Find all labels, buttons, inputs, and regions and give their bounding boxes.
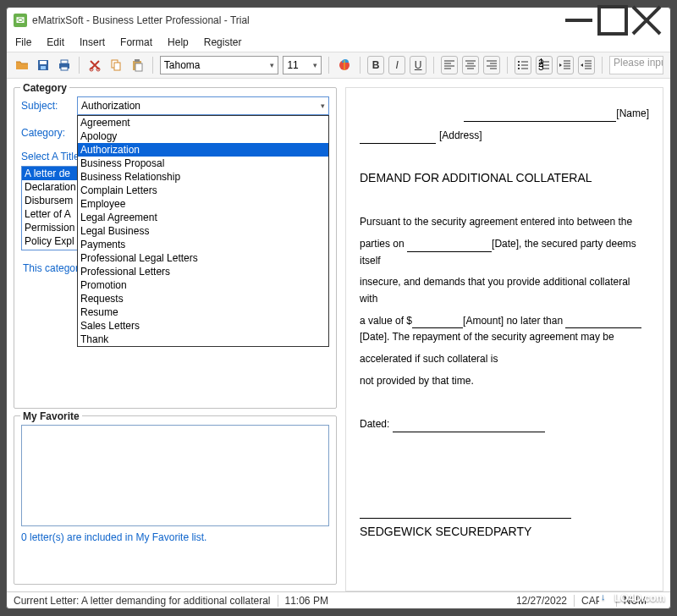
dropdown-option[interactable]: Business Proposal <box>78 157 328 170</box>
favorite-group: My Favorite 0 letter(s) are included in … <box>14 415 337 585</box>
svg-point-17 <box>518 68 520 69</box>
window-title: eMatrixSoft - Business Letter Profession… <box>32 14 562 26</box>
font-select[interactable]: Tahoma▾ <box>160 56 279 74</box>
svg-rect-5 <box>61 60 68 63</box>
menu-edit[interactable]: Edit <box>47 36 64 48</box>
app-window: ✉ eMatrixSoft - Business Letter Professi… <box>6 7 671 609</box>
document-editor[interactable]: [Name] [Address] DEMAND FOR ADDITIONAL C… <box>345 87 663 591</box>
doc-heading: DEMAND FOR ADDITIONAL COLLATERAL <box>360 170 649 187</box>
paste-icon[interactable] <box>129 56 146 74</box>
chevron-down-icon: ▾ <box>270 61 274 69</box>
copy-icon[interactable] <box>107 56 124 74</box>
dropdown-option[interactable]: Apology <box>78 129 328 143</box>
align-right-button[interactable] <box>483 56 500 74</box>
toolbar: Tahoma▾ 11▾ B I U 123 Please input <box>7 52 670 79</box>
font-size-select[interactable]: 11▾ <box>283 56 322 74</box>
svg-point-16 <box>518 64 520 66</box>
dropdown-option[interactable]: Authorization <box>78 143 328 157</box>
dropdown-option[interactable]: Requests <box>78 292 328 305</box>
menu-register[interactable]: Register <box>204 36 242 48</box>
svg-rect-2 <box>40 61 47 64</box>
dropdown-option[interactable]: Agreement <box>78 116 328 129</box>
svg-rect-12 <box>135 63 142 71</box>
svg-rect-0 <box>599 7 626 34</box>
dropdown-option[interactable]: Payments <box>78 238 328 251</box>
print-icon[interactable] <box>56 56 73 74</box>
statusbar: Current Letter: A letter demanding for a… <box>7 591 670 608</box>
align-left-button[interactable] <box>441 56 458 74</box>
menu-help[interactable]: Help <box>168 36 189 48</box>
favorite-info: 0 letter(s) are included in My Favorite … <box>21 531 329 543</box>
save-icon[interactable] <box>35 56 52 74</box>
titlebar: ✉ eMatrixSoft - Business Letter Professi… <box>7 8 670 33</box>
svg-rect-13 <box>135 59 140 62</box>
status-current-letter: Current Letter: A letter demanding for a… <box>14 595 271 607</box>
dropdown-option[interactable]: Complain Letters <box>78 184 328 197</box>
group-title: Category <box>20 82 69 94</box>
subject-label: Subject: <box>21 100 77 112</box>
menu-format[interactable]: Format <box>120 36 152 48</box>
number-list-button[interactable]: 123 <box>536 56 553 74</box>
dropdown-option[interactable]: Promotion <box>78 278 328 292</box>
dropdown-option[interactable]: Sales Letters <box>78 319 328 333</box>
chevron-down-icon: ▾ <box>313 61 317 69</box>
watermark: LO4D.com <box>599 592 665 604</box>
dropdown-option[interactable]: Professional Legal Letters <box>78 251 328 265</box>
svg-rect-3 <box>41 66 46 69</box>
maximize-button[interactable] <box>596 9 630 31</box>
favorite-listbox[interactable] <box>21 425 329 526</box>
bold-button[interactable]: B <box>367 56 384 74</box>
menu-file[interactable]: File <box>15 36 31 48</box>
search-input[interactable]: Please input <box>609 56 663 74</box>
italic-button[interactable]: I <box>388 56 405 74</box>
dropdown-option[interactable]: Legal Agreement <box>78 211 328 224</box>
subject-dropdown[interactable]: AgreementApologyAuthorizationBusiness Pr… <box>77 115 329 347</box>
status-time: 11:06 PM <box>285 595 328 607</box>
category-label: Category: <box>21 127 77 139</box>
subject-combo[interactable]: Authorization ▾ <box>77 96 329 115</box>
menu-insert[interactable]: Insert <box>80 36 105 48</box>
chevron-down-icon: ▾ <box>321 102 325 110</box>
svg-text:3: 3 <box>538 61 544 72</box>
menubar: File Edit Insert Format Help Register <box>7 33 670 52</box>
category-group: Category Subject: Authorization ▾ Agreem… <box>14 87 337 409</box>
download-icon <box>599 592 611 604</box>
minimize-button[interactable] <box>562 9 596 31</box>
bullet-list-button[interactable] <box>515 56 531 74</box>
dropdown-option[interactable]: Resume <box>78 305 328 319</box>
svg-rect-10 <box>114 63 120 70</box>
align-center-button[interactable] <box>462 56 479 74</box>
status-date: 12/27/2022 <box>516 595 567 607</box>
dropdown-option[interactable]: Business Relationship <box>78 170 328 184</box>
underline-button[interactable]: U <box>410 56 427 74</box>
group-title: My Favorite <box>20 410 82 422</box>
cut-icon[interactable] <box>86 56 103 74</box>
outdent-button[interactable] <box>557 56 574 74</box>
dropdown-option[interactable]: Thank <box>78 333 328 346</box>
svg-point-15 <box>518 61 520 63</box>
open-icon[interactable] <box>14 56 30 74</box>
close-button[interactable] <box>630 9 663 31</box>
dropdown-option[interactable]: Legal Business <box>78 224 328 238</box>
app-icon: ✉ <box>14 14 27 27</box>
dropdown-option[interactable]: Professional Letters <box>78 265 328 278</box>
color-icon[interactable] <box>336 56 353 74</box>
indent-button[interactable] <box>578 56 595 74</box>
svg-rect-6 <box>61 67 68 70</box>
dropdown-option[interactable]: Employee <box>78 197 328 211</box>
